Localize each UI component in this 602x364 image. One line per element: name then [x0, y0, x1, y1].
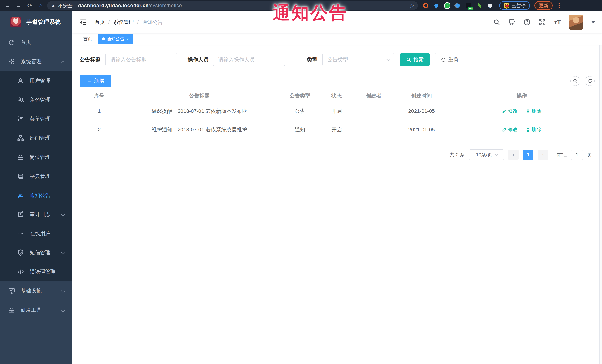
code-icon	[17, 268, 24, 275]
sidebar-item-sms[interactable]: 短信管理	[0, 243, 72, 262]
extension-ring-icon[interactable]	[422, 2, 429, 9]
chat-bubble-icon	[17, 192, 24, 199]
add-button[interactable]: ＋ 新增	[80, 74, 111, 87]
sidebar-item-dictionary[interactable]: 字典管理	[0, 166, 72, 186]
extension-leaf-icon[interactable]	[476, 2, 483, 9]
search-icon[interactable]	[493, 18, 501, 26]
extension-check-icon[interactable]: ✓	[444, 2, 451, 9]
sidebar-item-departments[interactable]: 部门管理	[0, 128, 72, 147]
edit-icon	[502, 109, 506, 114]
page-number-button[interactable]: 1	[523, 150, 533, 160]
filter-type-label: 类型	[307, 56, 318, 63]
notice-type-select[interactable]: 公告类型	[322, 53, 394, 66]
sidebar-item-infrastructure[interactable]: 基础设施	[0, 281, 72, 301]
address-bar[interactable]: ▲ 不安全 dashboard.yudao.iocoder.cn/system/…	[47, 1, 418, 10]
tab-notices[interactable]: 通知公告 ×	[98, 34, 133, 44]
extensions-puzzle-icon[interactable]: ⬢	[487, 2, 494, 9]
search-icon	[573, 79, 578, 83]
extensions-row: ✓ on ⬢	[422, 2, 494, 9]
github-icon[interactable]	[508, 18, 516, 26]
chevron-down-icon	[61, 289, 65, 293]
sidebar-item-menus[interactable]: 菜单管理	[0, 109, 72, 128]
search-button[interactable]: 搜索	[400, 53, 430, 66]
sidebar-item-posts[interactable]: 岗位管理	[0, 147, 72, 166]
delete-button[interactable]: 删除	[526, 126, 541, 133]
security-label[interactable]: 不安全	[58, 2, 73, 9]
sidebar-item-notices[interactable]: 通知公告	[0, 186, 72, 205]
sidebar-item-online-users[interactable]: 在线用户	[0, 224, 72, 243]
avatar[interactable]	[569, 15, 583, 30]
sidebar-item-users[interactable]: 用户管理	[0, 71, 72, 90]
goto-page-input[interactable]	[571, 150, 583, 160]
next-page-button[interactable]: ›	[538, 150, 548, 160]
navbar-actions: ᴛT	[493, 15, 595, 30]
back-icon[interactable]: ←	[3, 1, 12, 10]
chevron-down-icon	[386, 57, 390, 61]
header-created: 创建时间	[394, 92, 449, 99]
help-icon[interactable]	[523, 18, 531, 26]
caret-down-icon[interactable]	[591, 21, 595, 23]
extension-database-icon[interactable]: on	[465, 2, 472, 9]
reset-button[interactable]: 重置	[435, 53, 464, 66]
toggle-search-button[interactable]	[570, 76, 580, 86]
notices-table: 序号 公告标题 公告类型 状态 创建者 创建时间 操作 1 温馨提醒：2018-…	[80, 90, 595, 139]
browser-menu-dots-icon[interactable]: ⋮	[556, 2, 562, 9]
pagination: 共 2 条 10条/页 ‹ 1 › 前往 页	[80, 149, 595, 160]
sidebar-item-home[interactable]: 首页	[0, 33, 72, 52]
edit-button[interactable]: 修改	[502, 126, 518, 133]
prev-page-button[interactable]: ‹	[508, 150, 518, 160]
font-size-icon[interactable]: ᴛT	[553, 18, 562, 26]
filter-operator-label: 操作人员	[188, 56, 208, 63]
chevron-up-icon	[61, 60, 65, 64]
paused-badge[interactable]: 已暂停	[499, 1, 530, 10]
hamburger-icon[interactable]	[79, 18, 88, 27]
edit-button[interactable]: 修改	[502, 108, 518, 114]
page-unit-label: 页	[587, 152, 592, 158]
sidebar-item-dev-tools[interactable]: 研发工具	[0, 301, 72, 320]
refresh-icon	[441, 57, 446, 62]
address-divider	[75, 3, 75, 8]
breadcrumb-system[interactable]: 系统管理	[113, 19, 134, 26]
operator-input[interactable]	[213, 53, 285, 66]
tags-view-bar: 首页 通知公告 ×	[72, 33, 602, 45]
extension-diamond-icon[interactable]	[454, 2, 462, 9]
close-tab-icon[interactable]: ×	[127, 36, 130, 42]
page-content: 公告标题 操作人员 类型 公告类型 搜索 重置	[72, 45, 602, 364]
pagination-total: 共 2 条	[450, 152, 465, 158]
breadcrumb: 首页 / 系统管理 / 通知公告	[95, 19, 163, 26]
tab-home[interactable]: 首页	[80, 34, 96, 44]
trash-icon	[526, 109, 530, 114]
header-creator: 创建者	[353, 92, 394, 99]
breadcrumb-home[interactable]: 首页	[95, 19, 105, 26]
scrollbar[interactable]	[599, 11, 602, 364]
bookmark-star-icon[interactable]: ☆	[409, 2, 414, 9]
update-button[interactable]: 更新	[535, 1, 553, 10]
plus-icon: ＋	[86, 77, 92, 85]
app-logo-row[interactable]: 芋道管理系统	[0, 11, 72, 33]
home-icon[interactable]: ⌂	[36, 1, 46, 10]
main-area: 首页 / 系统管理 / 通知公告 ᴛT 首页 通知公告	[72, 11, 602, 364]
sidebar-item-audit-log[interactable]: 审计日志	[0, 205, 72, 224]
briefcase-icon	[17, 154, 24, 161]
tree-list-icon	[17, 115, 24, 123]
sidebar-item-system[interactable]: 系统管理	[0, 52, 72, 71]
emoji-face-icon	[504, 3, 509, 9]
chevron-down-icon	[495, 153, 498, 156]
gear-icon	[8, 58, 15, 65]
forward-icon[interactable]: →	[14, 1, 23, 10]
sidebar-item-error-codes[interactable]: 错误码管理	[0, 262, 72, 281]
url-text[interactable]: dashboard.yudao.iocoder.cn/system/notice	[78, 3, 182, 9]
header-type: 公告类型	[280, 92, 320, 99]
notice-title-input[interactable]	[105, 53, 177, 66]
fullscreen-icon[interactable]	[538, 18, 546, 26]
user-icon	[17, 77, 24, 84]
delete-button[interactable]: 删除	[526, 108, 541, 114]
filter-title-label: 公告标题	[80, 56, 100, 63]
reload-icon[interactable]: ⟳	[25, 1, 34, 10]
refresh-icon	[587, 79, 592, 83]
sidebar-item-roles[interactable]: 角色管理	[0, 90, 72, 109]
page-size-select[interactable]: 10条/页	[469, 149, 504, 160]
extension-drop-icon[interactable]	[433, 2, 440, 9]
app-logo	[11, 17, 21, 27]
refresh-table-button[interactable]	[585, 76, 595, 86]
